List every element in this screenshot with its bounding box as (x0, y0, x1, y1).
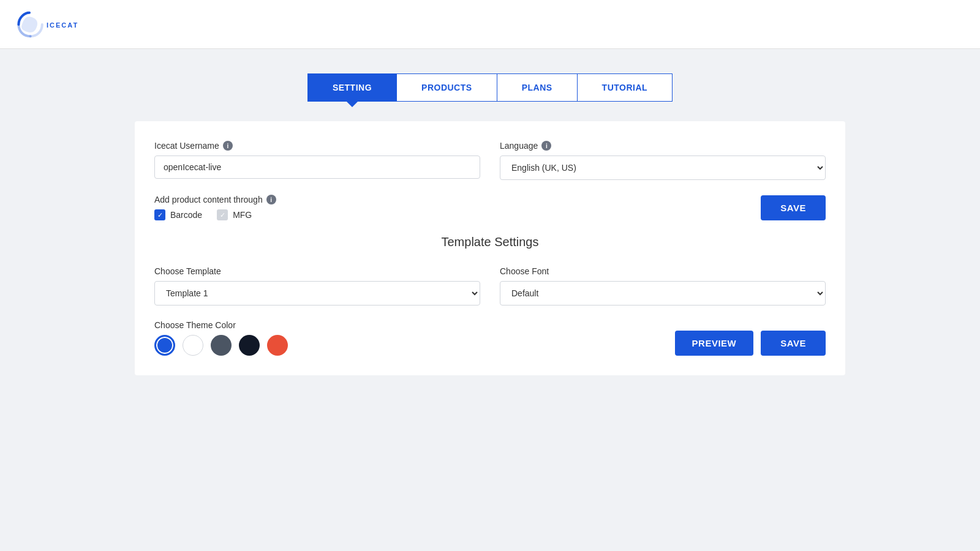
tabs-nav: SETTING PRODUCTS PLANS TUTORIAL (307, 73, 673, 102)
tab-products[interactable]: PRODUCTS (397, 73, 497, 102)
color-swatches (154, 335, 675, 356)
tab-setting[interactable]: SETTING (307, 73, 397, 102)
choose-theme-label: Choose Theme Color (154, 320, 675, 330)
template-font-row: Choose Template Template 1 Template 2 Te… (154, 266, 826, 305)
template-button-group: PREVIEW SAVE (675, 331, 826, 356)
theme-section: Choose Theme Color (154, 320, 675, 356)
choose-template-group: Choose Template Template 1 Template 2 Te… (154, 266, 480, 305)
preview-button[interactable]: PREVIEW (675, 331, 754, 356)
choose-font-label: Choose Font (500, 266, 826, 276)
barcode-checkbox-item[interactable]: ✓ Barcode (154, 209, 202, 220)
settings-card: Icecat Username i Language i English (UK… (135, 121, 845, 375)
color-swatch-dark-gray[interactable] (211, 335, 232, 356)
template-save-button[interactable]: SAVE (761, 331, 826, 356)
username-info-icon[interactable]: i (223, 141, 233, 151)
logo-text: ICECAT (47, 21, 78, 29)
add-product-row: Add product content through i ✓ Barcode … (154, 195, 826, 220)
language-info-icon[interactable]: i (541, 141, 551, 151)
template-section-title: Template Settings (154, 235, 826, 249)
tab-plans[interactable]: PLANS (497, 73, 578, 102)
add-product-label: Add product content through i (154, 195, 276, 204)
logo: ICECAT (15, 10, 78, 39)
mfg-checkbox-item[interactable]: ✓ MFG (217, 209, 252, 220)
choose-template-label: Choose Template (154, 266, 480, 276)
tab-tutorial[interactable]: TUTORIAL (578, 73, 673, 102)
choose-font-select[interactable]: Default Arial Roboto Times New Roman (500, 281, 826, 305)
username-label: Icecat Username i (154, 141, 480, 151)
settings-save-button[interactable]: SAVE (761, 195, 826, 220)
color-swatch-black[interactable] (239, 335, 260, 356)
language-select[interactable]: English (UK, US) German French Spanish D… (500, 156, 826, 180)
barcode-checkbox[interactable]: ✓ (154, 209, 165, 220)
color-swatch-blue[interactable] (154, 335, 175, 356)
add-product-info-icon[interactable]: i (266, 195, 276, 204)
main-content: SETTING PRODUCTS PLANS TUTORIAL Icecat U… (0, 49, 980, 400)
choose-font-group: Choose Font Default Arial Roboto Times N… (500, 266, 826, 305)
add-product-left: Add product content through i ✓ Barcode … (154, 195, 276, 220)
username-input[interactable] (154, 156, 480, 179)
header: ICECAT (0, 0, 980, 49)
language-group: Language i English (UK, US) German Frenc… (500, 141, 826, 180)
language-label: Language i (500, 141, 826, 151)
mfg-checkbox[interactable]: ✓ (217, 209, 228, 220)
color-swatch-orange-red[interactable] (267, 335, 288, 356)
choose-template-select[interactable]: Template 1 Template 2 Template 3 (154, 281, 480, 305)
checkboxes: ✓ Barcode ✓ MFG (154, 209, 276, 220)
color-swatch-white[interactable] (183, 335, 203, 356)
theme-color-row: Choose Theme Color PREVIEW SAVE (154, 320, 826, 356)
icecat-logo-icon (15, 10, 44, 39)
username-language-row: Icecat Username i Language i English (UK… (154, 141, 826, 180)
username-group: Icecat Username i (154, 141, 480, 179)
